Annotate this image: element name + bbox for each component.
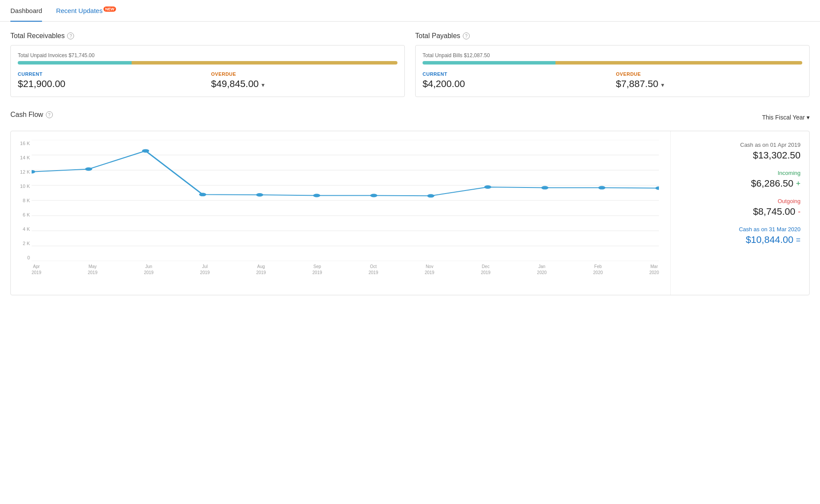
svg-point-9 — [32, 170, 35, 174]
receivables-help-icon[interactable]: ? — [67, 32, 74, 39]
receivables-current-bar — [18, 61, 132, 65]
stat-opening-label: Cash as on 01 Apr 2019 — [679, 142, 801, 148]
y-label-2k: 2 K — [14, 241, 30, 246]
x-label-mar: Mar2020 — [649, 264, 659, 276]
x-label-oct: Oct2019 — [368, 264, 378, 276]
cashflow-stats-panel: Cash as on 01 Apr 2019 $13,302.50 Incomi… — [671, 131, 809, 295]
receivables-overdue-arrow[interactable]: ▾ — [261, 81, 265, 88]
receivables-progress-bar — [18, 61, 397, 65]
svg-point-15 — [370, 194, 378, 197]
svg-point-10 — [85, 168, 92, 171]
x-label-dec: Dec2019 — [481, 264, 491, 276]
payables-overdue-label: OVERDUE — [616, 71, 803, 77]
payables-overdue-bar — [555, 61, 802, 65]
stat-outgoing-sign: - — [798, 207, 801, 216]
payables-section: Total Payables ? Total Unpaid Bills $12,… — [415, 32, 810, 97]
receivables-overdue-bar — [132, 61, 397, 65]
cashflow-body: 0 2 K 4 K 6 K 8 K 10 K 12 K 14 K 16 K Ap… — [10, 131, 810, 295]
svg-point-12 — [199, 193, 207, 196]
receivables-card: Total Unpaid Invoices $71,745.00 CURRENT… — [10, 45, 405, 97]
x-label-sep: Sep2019 — [313, 264, 322, 276]
cashflow-section: Cash Flow ? This Fiscal Year ▾ — [10, 111, 810, 295]
payables-current-value: $4,200.00 — [423, 78, 609, 90]
tab-bar: Dashboard Recent UpdatesNEW — [0, 0, 820, 22]
y-label-4k: 4 K — [14, 226, 30, 232]
y-label-8k: 8 K — [14, 198, 30, 203]
tab-dashboard[interactable]: Dashboard — [10, 0, 42, 21]
payables-current-bar — [423, 61, 555, 65]
stat-closing-sign: = — [796, 236, 801, 245]
x-label-feb: Feb2020 — [593, 264, 603, 276]
stat-incoming-sign: + — [796, 179, 801, 188]
receivables-overdue-label: OVERDUE — [211, 71, 398, 77]
receivables-section: Total Receivables ? Total Unpaid Invoice… — [10, 32, 405, 97]
payables-title: Total Payables ? — [415, 32, 810, 40]
svg-point-13 — [256, 193, 264, 197]
x-label-jun: Jun2019 — [144, 264, 153, 276]
payables-overdue-arrow[interactable]: ▾ — [661, 81, 664, 88]
x-label-jul: Jul2019 — [200, 264, 210, 276]
y-label-6k: 6 K — [14, 212, 30, 217]
y-label-14k: 14 K — [14, 155, 30, 160]
stat-outgoing-label: Outgoing — [679, 198, 801, 204]
stat-outgoing: Outgoing $8,745.00 - — [679, 198, 801, 217]
cashflow-chart-svg — [32, 140, 659, 261]
payables-help-icon[interactable]: ? — [463, 32, 470, 39]
svg-point-16 — [427, 194, 435, 197]
stat-incoming-label: Incoming — [679, 170, 801, 176]
y-label-0: 0 — [14, 255, 30, 260]
x-label-nov: Nov2019 — [425, 264, 434, 276]
tab-recent-updates[interactable]: Recent UpdatesNEW — [56, 0, 116, 21]
payables-unpaid-label: Total Unpaid Bills $12,087.50 — [423, 52, 802, 58]
chart-container: 0 2 K 4 K 6 K 8 K 10 K 12 K 14 K 16 K Ap… — [14, 140, 663, 278]
cashflow-help-icon[interactable]: ? — [46, 111, 53, 118]
svg-point-17 — [484, 185, 491, 189]
svg-point-18 — [541, 186, 549, 190]
x-label-apr: Apr2019 — [32, 264, 41, 276]
payables-progress-bar — [423, 61, 802, 65]
stat-closing-cash: Cash as on 31 Mar 2020 $10,844.00 = — [679, 226, 801, 246]
cashflow-header: Cash Flow ? This Fiscal Year ▾ — [10, 111, 810, 124]
fiscal-year-arrow: ▾ — [807, 114, 810, 121]
payables-overdue-block: OVERDUE $7,887.50 ▾ — [616, 71, 803, 90]
y-label-16k: 16 K — [14, 141, 30, 146]
x-label-aug: Aug2019 — [256, 264, 266, 276]
receivables-current-block: CURRENT $21,900.00 — [18, 71, 204, 90]
stat-closing-value: $10,844.00 = — [679, 234, 801, 246]
y-label-10k: 10 K — [14, 184, 30, 189]
svg-point-19 — [598, 186, 606, 190]
stat-opening-value: $13,302.50 — [679, 150, 801, 161]
svg-point-14 — [313, 194, 320, 197]
payables-current-label: CURRENT — [423, 71, 609, 77]
stat-incoming-value: $6,286.50 + — [679, 178, 801, 189]
payables-overdue-value: $7,887.50 ▾ — [616, 78, 803, 90]
receivables-title: Total Receivables ? — [10, 32, 405, 40]
fiscal-year-dropdown[interactable]: This Fiscal Year ▾ — [762, 114, 810, 121]
stat-incoming: Incoming $6,286.50 + — [679, 170, 801, 189]
receivables-overdue-block: OVERDUE $49,845.00 ▾ — [211, 71, 398, 90]
stat-opening-cash: Cash as on 01 Apr 2019 $13,302.50 — [679, 142, 801, 161]
svg-point-20 — [655, 187, 659, 190]
x-label-may: May2019 — [88, 264, 97, 276]
svg-point-11 — [142, 149, 149, 152]
top-section: Total Receivables ? Total Unpaid Invoice… — [10, 32, 810, 97]
y-label-12k: 12 K — [14, 169, 30, 174]
payables-card: Total Unpaid Bills $12,087.50 CURRENT $4… — [415, 45, 810, 97]
receivables-amounts: CURRENT $21,900.00 OVERDUE $49,845.00 ▾ — [18, 71, 397, 90]
receivables-current-value: $21,900.00 — [18, 78, 204, 90]
x-label-jan: Jan2020 — [537, 264, 546, 276]
stat-outgoing-value: $8,745.00 - — [679, 206, 801, 217]
cashflow-title: Cash Flow ? — [10, 111, 53, 119]
payables-current-block: CURRENT $4,200.00 — [423, 71, 609, 90]
new-badge: NEW — [103, 6, 116, 12]
chart-area: 0 2 K 4 K 6 K 8 K 10 K 12 K 14 K 16 K Ap… — [11, 131, 671, 295]
receivables-overdue-value: $49,845.00 ▾ — [211, 78, 398, 90]
main-content: Total Receivables ? Total Unpaid Invoice… — [0, 22, 820, 306]
receivables-unpaid-label: Total Unpaid Invoices $71,745.00 — [18, 52, 397, 58]
stat-closing-label: Cash as on 31 Mar 2020 — [679, 226, 801, 233]
receivables-current-label: CURRENT — [18, 71, 204, 77]
payables-amounts: CURRENT $4,200.00 OVERDUE $7,887.50 ▾ — [423, 71, 802, 90]
